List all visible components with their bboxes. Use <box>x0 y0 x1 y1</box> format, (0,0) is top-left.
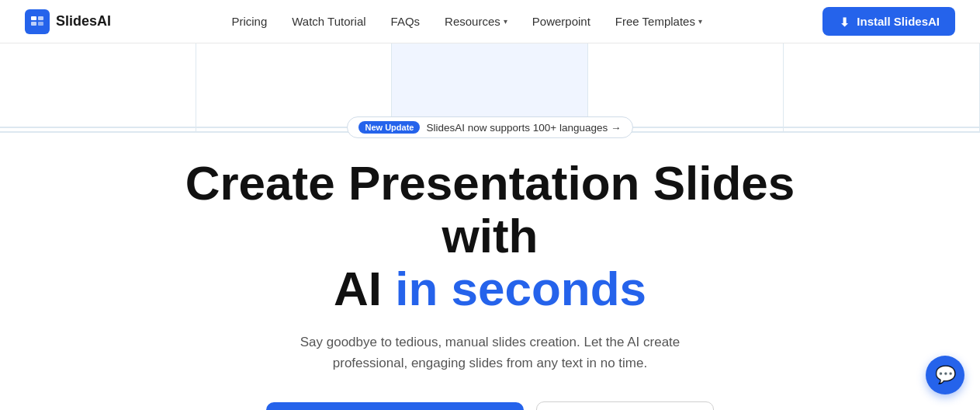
chat-icon: 💬 <box>935 365 956 385</box>
badge-text: SlidesAI now supports 100+ languages → <box>426 122 621 134</box>
hero-subtitle: Say goodbye to tedious, manual slides cr… <box>265 332 715 374</box>
svg-rect-2 <box>31 22 36 26</box>
svg-rect-3 <box>38 22 43 26</box>
chat-bubble[interactable]: 💬 <box>926 356 964 394</box>
learn-how-button[interactable]: 🎬 Learn How To Use <box>536 401 713 410</box>
logo[interactable]: SlidesAI <box>25 9 111 34</box>
nav-resources[interactable]: Resources ▾ <box>445 15 507 28</box>
svg-rect-1 <box>38 16 43 20</box>
nav-powerpoint[interactable]: Powerpoint <box>532 15 590 28</box>
badge-label: New Update <box>358 121 420 134</box>
nav-free-templates[interactable]: Free Templates ▾ <box>615 15 702 28</box>
install-google-slides-button[interactable]: ⬇ Install SlidesAI for Google Slides <box>266 402 524 410</box>
logo-icon <box>25 9 50 34</box>
resources-chevron-icon: ▾ <box>504 17 507 26</box>
nav-faqs[interactable]: FAQs <box>391 15 421 28</box>
nav-watch-tutorial[interactable]: Watch Tutorial <box>292 15 365 28</box>
install-button[interactable]: ⬇ Install SlidesAI <box>822 7 955 36</box>
free-templates-chevron-icon: ▾ <box>698 17 702 26</box>
logo-text: SlidesAI <box>56 13 111 30</box>
hero-title: Create Presentation Slides with AI in se… <box>141 157 840 316</box>
nav-links: Pricing Watch Tutorial FAQs Resources ▾ … <box>231 15 702 28</box>
update-badge[interactable]: New Update SlidesAI now supports 100+ la… <box>347 116 632 138</box>
navbar: SlidesAI Pricing Watch Tutorial FAQs Res… <box>0 0 980 43</box>
nav-pricing[interactable]: Pricing <box>231 15 267 28</box>
download-icon: ⬇ <box>838 16 850 28</box>
svg-rect-0 <box>31 16 36 20</box>
hero-cta-group: ⬇ Install SlidesAI for Google Slides 🎬 L… <box>266 401 713 410</box>
hero-section: New Update SlidesAI now supports 100+ la… <box>0 116 980 410</box>
